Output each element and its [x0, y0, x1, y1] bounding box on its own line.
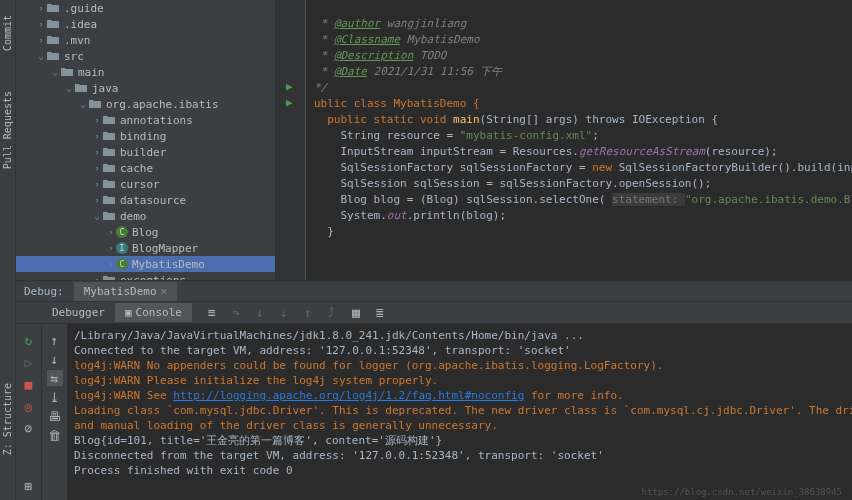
package-icon	[102, 209, 116, 223]
layout-icon[interactable]: ⊞	[21, 478, 37, 494]
folder-icon	[46, 33, 60, 47]
tree-item[interactable]: ⌄demo	[16, 208, 275, 224]
tree-arrow-icon[interactable]: ›	[106, 227, 116, 237]
tree-arrow-icon[interactable]: ›	[106, 243, 116, 253]
tree-item[interactable]: ›CBlog	[16, 224, 275, 240]
code-editor[interactable]: ▶ ▶ * @author wangjinliang * @Classname …	[276, 0, 852, 280]
tab-console[interactable]: ▣ Console	[115, 303, 192, 322]
tree-label: datasource	[120, 194, 186, 207]
tree-item[interactable]: ›builder	[16, 144, 275, 160]
commit-tool-btn[interactable]: Commit	[0, 10, 15, 56]
pull-requests-tool-btn[interactable]: Pull Requests	[0, 86, 15, 174]
down-stack-icon[interactable]: ↓	[47, 351, 63, 367]
tree-arrow-icon[interactable]: ›	[92, 147, 102, 157]
log4j-link[interactable]: http://logging.apache.org/log4j/1.2/faq.…	[173, 389, 524, 402]
tree-item[interactable]: ›binding	[16, 128, 275, 144]
tree-label: org.apache.ibatis	[106, 98, 219, 111]
run-class-icon[interactable]: ▶	[286, 80, 293, 93]
folder-icon	[46, 17, 60, 31]
tree-arrow-icon[interactable]: ⌄	[78, 99, 88, 109]
tree-label: cursor	[120, 178, 160, 191]
scroll-end-icon[interactable]: ⤓	[47, 389, 63, 405]
resume-icon[interactable]: ▷	[21, 354, 37, 370]
tree-arrow-icon[interactable]: ›	[92, 115, 102, 125]
step-into-icon[interactable]: ↷	[228, 305, 244, 321]
print-icon[interactable]: 🖶	[47, 408, 63, 424]
run-method-icon[interactable]: ▶	[286, 96, 293, 109]
folder-icon	[60, 65, 74, 79]
tree-arrow-icon[interactable]: ›	[36, 3, 46, 13]
tree-item[interactable]: ›datasource	[16, 192, 275, 208]
run-to-cursor-icon[interactable]: ↑	[300, 305, 316, 321]
tree-item[interactable]: ›CMybatisDemo	[16, 256, 275, 272]
tree-item[interactable]: ›.idea	[16, 16, 275, 32]
main-area: ›.guide›.idea›.mvn⌄src⌄main⌄java⌄org.apa…	[16, 0, 852, 500]
tree-item[interactable]: ⌄org.apache.ibatis	[16, 96, 275, 112]
tree-arrow-icon[interactable]: ›	[92, 179, 102, 189]
debug-run-tab[interactable]: MybatisDemo ×	[74, 282, 177, 301]
tree-arrow-icon[interactable]: ›	[92, 131, 102, 141]
tree-arrow-icon[interactable]: ⌄	[64, 83, 74, 93]
tree-item[interactable]: ›cache	[16, 160, 275, 176]
tree-item[interactable]: ⌄main	[16, 64, 275, 80]
tree-arrow-icon[interactable]: ⌄	[92, 211, 102, 221]
tree-label: builder	[120, 146, 166, 159]
package-icon	[102, 177, 116, 191]
watermark: https://blog.csdn.net/weixin_38638945	[642, 487, 842, 497]
close-icon[interactable]: ×	[161, 285, 168, 298]
editor-content[interactable]: * @author wangjinliang * @Classname Myba…	[306, 0, 852, 280]
tree-label: demo	[120, 210, 147, 223]
editor-split: ›.guide›.idea›.mvn⌄src⌄main⌄java⌄org.apa…	[16, 0, 852, 280]
tree-arrow-icon[interactable]: ›	[106, 259, 116, 269]
step-out-icon[interactable]: ↓	[252, 305, 268, 321]
tree-item[interactable]: ›IBlogMapper	[16, 240, 275, 256]
debug-tool-header: Debug: MybatisDemo ×	[16, 280, 852, 302]
project-tree[interactable]: ›.guide›.idea›.mvn⌄src⌄main⌄java⌄org.apa…	[16, 0, 276, 280]
tree-label: .mvn	[64, 34, 91, 47]
tree-item[interactable]: ›.mvn	[16, 32, 275, 48]
breakpoints-icon[interactable]: ◎	[21, 398, 37, 414]
tree-arrow-icon[interactable]: ⌄	[50, 67, 60, 77]
soft-wrap-icon[interactable]: ⇆	[47, 370, 63, 386]
package-icon	[102, 193, 116, 207]
debug-label: Debug:	[24, 285, 64, 298]
tree-arrow-icon[interactable]: ›	[36, 19, 46, 29]
up-stack-icon[interactable]: ↑	[47, 332, 63, 348]
interface-icon: I	[116, 242, 128, 254]
step-over-icon[interactable]: ≡	[204, 305, 220, 321]
tree-label: .idea	[64, 18, 97, 31]
folder-icon	[46, 49, 60, 63]
tree-label: cache	[120, 162, 153, 175]
more-icon[interactable]: ≣	[372, 305, 388, 321]
console-icon: ▣	[125, 306, 132, 319]
mute-bp-icon[interactable]: ⊘	[21, 420, 37, 436]
tab-debugger[interactable]: Debugger	[42, 303, 115, 322]
tree-arrow-icon[interactable]: ›	[92, 163, 102, 173]
tree-item[interactable]: ›exceptions	[16, 272, 275, 280]
tree-item[interactable]: ⌄src	[16, 48, 275, 64]
tree-label: binding	[120, 130, 166, 143]
tree-item[interactable]: ›annotations	[16, 112, 275, 128]
tree-label: annotations	[120, 114, 193, 127]
tree-label: Blog	[132, 226, 159, 239]
debug-run-controls: ↻ ▷ ■ ◎ ⊘ ⊞	[16, 324, 42, 500]
rerun-icon[interactable]: ↻	[21, 332, 37, 348]
force-step-icon[interactable]: ⇣	[276, 305, 292, 321]
calc-icon[interactable]: ▦	[348, 305, 364, 321]
clear-icon[interactable]: 🗑	[47, 427, 63, 443]
debug-body: ↻ ▷ ■ ◎ ⊘ ⊞ ↑ ↓ ⇆ ⤓ 🖶 🗑 /Library/Java/Ja…	[16, 324, 852, 500]
folder-icon	[74, 81, 88, 95]
stop-icon[interactable]: ■	[21, 376, 37, 392]
tree-arrow-icon[interactable]: ⌄	[36, 51, 46, 61]
package-icon	[102, 145, 116, 159]
tree-arrow-icon[interactable]: ›	[36, 35, 46, 45]
console-output[interactable]: /Library/Java/JavaVirtualMachines/jdk1.8…	[68, 324, 852, 500]
tree-item[interactable]: ⌄java	[16, 80, 275, 96]
package-icon	[102, 273, 116, 280]
structure-tool-btn[interactable]: Z: Structure	[0, 378, 15, 460]
tree-item[interactable]: ›cursor	[16, 176, 275, 192]
tree-item[interactable]: ›.guide	[16, 0, 275, 16]
folder-icon	[46, 1, 60, 15]
evaluate-icon[interactable]: ⤴	[324, 305, 340, 321]
tree-arrow-icon[interactable]: ›	[92, 195, 102, 205]
